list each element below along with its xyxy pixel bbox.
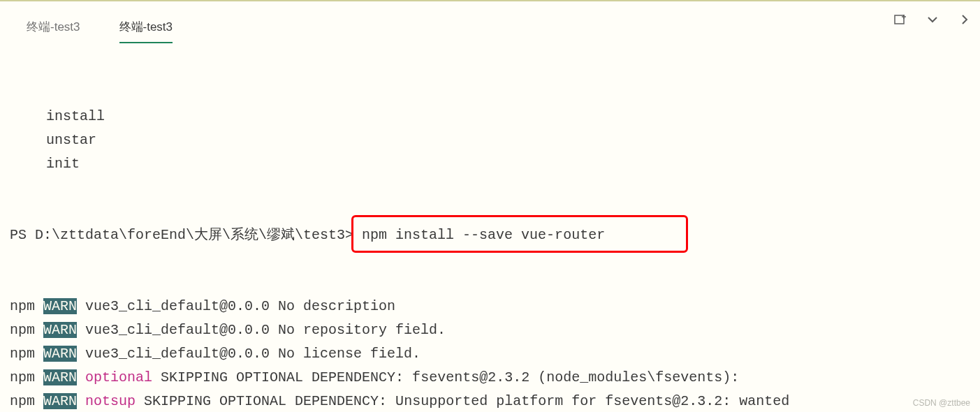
- warn-line: npm WARN vue3_cli_default@0.0.0 No repos…: [10, 318, 970, 342]
- warn-line: npm WARN vue3_cli_default@0.0.0 No licen…: [10, 342, 970, 366]
- chevron-down-icon[interactable]: [924, 11, 941, 28]
- prompt-line: PS D:\zttdata\foreEnd\大屏\系统\缪斌\test3> np…: [10, 223, 970, 247]
- watermark: CSDN @zttbee: [913, 398, 970, 408]
- warn-line: npm WARN notsup SKIPPING OPTIONAL DEPEND…: [10, 390, 970, 412]
- command: npm install --save vue-router: [362, 227, 605, 243]
- output-line: unstar: [10, 128, 970, 152]
- warn-tag: WARN: [43, 369, 77, 385]
- terminal-tab-1[interactable]: 终端-test3: [100, 12, 193, 43]
- tab-actions: [892, 11, 973, 28]
- terminal-tab-bar: 终端-test3终端-test3: [0, 1, 980, 43]
- warn-line: npm WARN optional SKIPPING OPTIONAL DEPE…: [10, 366, 970, 390]
- output-line: init: [10, 152, 970, 176]
- terminal-output[interactable]: installunstarinit PS D:\zttdata\foreEnd\…: [0, 43, 980, 412]
- output-line: install: [10, 105, 970, 128]
- warn-tag: WARN: [43, 322, 77, 338]
- warn-keyword: optional: [85, 369, 152, 385]
- prompt: PS D:\zttdata\foreEnd\大屏\系统\缪斌\test3>: [10, 227, 353, 243]
- warn-keyword: notsup: [85, 393, 136, 409]
- terminal-tab-0[interactable]: 终端-test3: [7, 12, 100, 43]
- new-terminal-icon[interactable]: [892, 11, 909, 28]
- warn-tag: WARN: [43, 298, 77, 314]
- warn-line: npm WARN vue3_cli_default@0.0.0 No descr…: [10, 295, 970, 318]
- chevron-right-icon[interactable]: [956, 11, 973, 28]
- warn-tag: WARN: [43, 346, 77, 362]
- warn-tag: WARN: [43, 393, 77, 409]
